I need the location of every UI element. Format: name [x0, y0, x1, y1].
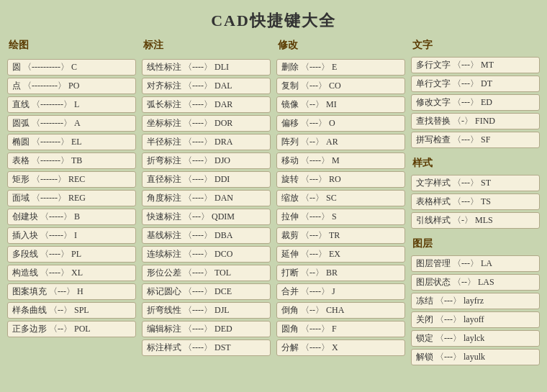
list-item: 关闭 〈---〉 layoff	[411, 311, 540, 328]
modify-title: 修改	[276, 39, 405, 52]
dimension-section: 标注 线性标注 〈----〉 DLI对齐标注 〈----〉 DAL弧长标注 〈-…	[142, 39, 271, 365]
list-item: 标注样式 〈----〉 DST	[142, 339, 271, 356]
list-item: 图层管理 〈---〉 LA	[411, 255, 540, 272]
list-item: 圆弧 〈--------〉 A	[7, 115, 136, 132]
list-item: 多段线 〈----〉 PL	[7, 246, 136, 263]
list-item: 插入块 〈-----〉 I	[7, 227, 136, 244]
list-item: 冻结 〈---〉 layfrz	[411, 293, 540, 309]
text-section: 文字 多行文字 〈---〉 MT单行文字 〈---〉 DT修改文字 〈---〉 …	[411, 39, 540, 148]
list-item: 查找替换 〈-〉 FIND	[411, 113, 540, 129]
list-item: 折弯线性 〈----〉 DJL	[142, 302, 271, 319]
list-item: 正多边形 〈--〉 POL	[7, 321, 136, 337]
modify-list: 删除 〈----〉 E复制 〈---〉 CO镜像 〈--〉 MI偏移 〈---〉…	[276, 59, 405, 356]
list-item: 标记圆心 〈----〉 DCE	[142, 283, 271, 300]
list-item: 引线样式 〈-〉 MLS	[411, 212, 540, 229]
list-item: 裁剪 〈---〉 TR	[276, 227, 405, 244]
list-item: 线性标注 〈----〉 DLI	[142, 59, 271, 76]
list-item: 点 〈---------〉 PO	[7, 78, 136, 94]
list-item: 拉伸 〈----〉 S	[276, 209, 405, 225]
list-item: 缩放 〈--〉 SC	[276, 190, 405, 206]
style-list: 文字样式 〈---〉 ST表格样式 〈---〉 TS引线样式 〈-〉 MLS	[411, 175, 540, 229]
dimension-list: 线性标注 〈----〉 DLI对齐标注 〈----〉 DAL弧长标注 〈----…	[142, 59, 271, 356]
list-item: 文字样式 〈---〉 ST	[411, 175, 540, 191]
list-item: 拼写检查 〈---〉 SF	[411, 132, 540, 148]
list-item: 修改文字 〈---〉 ED	[411, 94, 540, 111]
right-column: 文字 多行文字 〈---〉 MT单行文字 〈---〉 DT修改文字 〈---〉 …	[411, 39, 540, 365]
style-section: 样式 文字样式 〈---〉 ST表格样式 〈---〉 TS引线样式 〈-〉 ML…	[411, 157, 540, 229]
list-item: 半径标注 〈----〉 DRA	[142, 134, 271, 150]
layer-section: 图层 图层管理 〈---〉 LA图层状态 〈--〉 LAS冻结 〈---〉 la…	[411, 237, 540, 365]
page-title: CAD快捷键大全	[0, 0, 547, 39]
list-item: 解锁 〈---〉 layulk	[411, 349, 540, 365]
list-item: 图案填充 〈---〉 H	[7, 283, 136, 300]
list-item: 基线标注 〈----〉 DBA	[142, 227, 271, 244]
list-item: 折弯标注 〈----〉 DJO	[142, 152, 271, 169]
list-item: 合并 〈----〉 J	[276, 283, 405, 300]
drawing-section: 绘图 圆 〈----------〉 C点 〈---------〉 PO直线 〈-…	[7, 39, 136, 365]
list-item: 阵列 〈--〉 AR	[276, 134, 405, 150]
style-title: 样式	[411, 157, 540, 170]
list-item: 矩形 〈------〉 REC	[7, 171, 136, 188]
list-item: 连续标注 〈----〉 DCO	[142, 246, 271, 263]
list-item: 图层状态 〈--〉 LAS	[411, 274, 540, 291]
list-item: 编辑标注 〈----〉 DED	[142, 321, 271, 337]
list-item: 表格 〈-------〉 TB	[7, 152, 136, 169]
list-item: 旋转 〈---〉 RO	[276, 171, 405, 188]
list-item: 角度标注 〈----〉 DAN	[142, 190, 271, 206]
list-item: 锁定 〈---〉 laylck	[411, 330, 540, 347]
text-title: 文字	[411, 39, 540, 52]
list-item: 样条曲线 〈--〉 SPL	[7, 302, 136, 319]
list-item: 坐标标注 〈----〉 DOR	[142, 115, 271, 132]
list-item: 偏移 〈---〉 O	[276, 115, 405, 132]
list-item: 移动 〈----〉 M	[276, 152, 405, 169]
list-item: 镜像 〈--〉 MI	[276, 96, 405, 113]
list-item: 形位公差 〈----〉 TOL	[142, 265, 271, 281]
list-item: 弧长标注 〈----〉 DAR	[142, 96, 271, 113]
list-item: 复制 〈---〉 CO	[276, 78, 405, 94]
list-item: 表格样式 〈---〉 TS	[411, 193, 540, 210]
list-item: 删除 〈----〉 E	[276, 59, 405, 76]
modify-section: 修改 删除 〈----〉 E复制 〈---〉 CO镜像 〈--〉 MI偏移 〈-…	[276, 39, 405, 365]
list-item: 椭圆 〈-------〉 EL	[7, 134, 136, 150]
list-item: 直径标注 〈----〉 DDI	[142, 171, 271, 188]
list-item: 面域 〈------〉 REG	[7, 190, 136, 206]
list-item: 圆 〈----------〉 C	[7, 59, 136, 76]
list-item: 单行文字 〈---〉 DT	[411, 76, 540, 92]
list-item: 创建块 〈-----〉 B	[7, 209, 136, 225]
list-item: 快速标注 〈---〉 QDIM	[142, 209, 271, 225]
list-item: 延伸 〈---〉 EX	[276, 246, 405, 263]
text-list: 多行文字 〈---〉 MT单行文字 〈---〉 DT修改文字 〈---〉 ED查…	[411, 57, 540, 148]
list-item: 直线 〈--------〉 L	[7, 96, 136, 113]
list-item: 构造线 〈----〉 XL	[7, 265, 136, 281]
drawing-list: 圆 〈----------〉 C点 〈---------〉 PO直线 〈----…	[7, 59, 136, 337]
dimension-title: 标注	[142, 39, 271, 52]
list-item: 倒角 〈--〉 CHA	[276, 302, 405, 319]
list-item: 打断 〈--〉 BR	[276, 265, 405, 281]
list-item: 分解 〈----〉 X	[276, 339, 405, 356]
layer-list: 图层管理 〈---〉 LA图层状态 〈--〉 LAS冻结 〈---〉 layfr…	[411, 255, 540, 365]
list-item: 多行文字 〈---〉 MT	[411, 57, 540, 73]
layer-title: 图层	[411, 237, 540, 250]
drawing-title: 绘图	[7, 39, 136, 52]
list-item: 对齐标注 〈----〉 DAL	[142, 78, 271, 94]
list-item: 圆角 〈----〉 F	[276, 321, 405, 337]
